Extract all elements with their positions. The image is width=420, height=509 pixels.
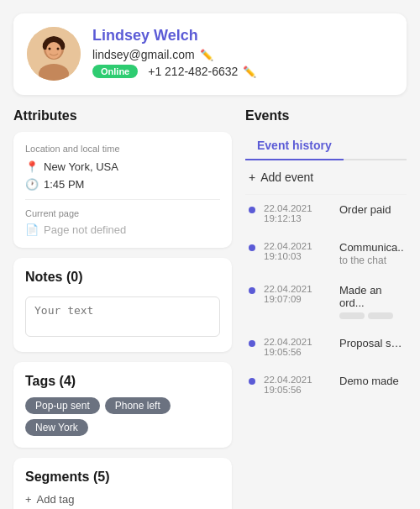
- plus-event-icon: +: [249, 171, 255, 184]
- time-row: 🕐 1:45 PM: [25, 178, 220, 191]
- event-item-3: 22.04.202119:05:56 Proposal ser...: [245, 328, 407, 366]
- location-value: New York, USA: [44, 160, 118, 173]
- event-dot-2: [249, 287, 255, 294]
- event-time-1: 22.04.202119:10:03: [264, 241, 331, 261]
- event-time-3: 22.04.202119:05:56: [264, 337, 331, 357]
- edit-phone-icon[interactable]: ✏️: [243, 66, 256, 78]
- notes-title: Notes (0): [25, 270, 220, 285]
- main-layout: Attributes Location and local time 📍 New…: [13, 108, 407, 509]
- location-row: 📍 New York, USA: [25, 160, 220, 173]
- event-item-2: 22.04.202119:07:09 Made an ord...: [245, 275, 407, 328]
- tag-item-1[interactable]: Phone left: [105, 397, 171, 414]
- event-history-tab[interactable]: Event history: [245, 132, 344, 160]
- edit-email-icon[interactable]: ✏️: [200, 49, 213, 61]
- profile-phone: +1 212-482-6632: [148, 65, 238, 78]
- avatar: [27, 27, 81, 81]
- location-icon: 📍: [25, 160, 39, 173]
- left-panel: Attributes Location and local time 📍 New…: [13, 108, 232, 509]
- svg-point-3: [46, 42, 61, 59]
- tags-card: Tags (4) Pop-up sent Phone left New York: [13, 362, 232, 448]
- online-badge: Online: [92, 65, 138, 78]
- add-event-label: Add event: [260, 171, 313, 184]
- attributes-title: Attributes: [13, 108, 232, 123]
- event-time-0: 22.04.202119:12:13: [264, 203, 331, 223]
- event-list: 22.04.202119:12:13 Order paid 22.04.2021…: [245, 195, 407, 404]
- add-tag-label: Add tag: [37, 493, 75, 506]
- notes-card: Notes (0): [13, 258, 232, 352]
- time-value: 1:45 PM: [44, 178, 84, 191]
- profile-section: Lindsey Welch lindsey@gmail.com ✏️ Onlin…: [27, 27, 393, 81]
- current-page-subtitle: Current page: [25, 208, 220, 218]
- current-page-value: Page not defined: [44, 223, 126, 236]
- add-tag-button[interactable]: + Add tag: [25, 493, 220, 506]
- event-dot-3: [249, 340, 255, 347]
- tag-item-2[interactable]: New York: [25, 419, 88, 436]
- event-desc-4: Demo made: [339, 375, 403, 387]
- tag-badges: Pop-up sent Phone left New York: [25, 397, 220, 436]
- tag-item-0[interactable]: Pop-up sent: [25, 397, 100, 414]
- svg-point-4: [49, 48, 51, 50]
- divider: [25, 199, 220, 200]
- attributes-card: Location and local time 📍 New York, USA …: [13, 132, 232, 248]
- event-time-2: 22.04.202119:07:09: [264, 284, 331, 304]
- current-page-row: 📄 Page not defined: [25, 223, 220, 236]
- profile-name: Lindsey Welch: [92, 27, 393, 45]
- page-icon: 📄: [25, 223, 39, 236]
- profile-email-row: lindsey@gmail.com ✏️: [92, 48, 393, 61]
- profile-card: Lindsey Welch lindsey@gmail.com ✏️ Onlin…: [13, 13, 407, 95]
- tags-title: Tags (4): [25, 374, 220, 389]
- event-pill-b: [368, 312, 393, 319]
- event-item-0: 22.04.202119:12:13 Order paid: [245, 195, 407, 233]
- event-desc-1: Communica...to the chat: [339, 241, 403, 266]
- event-dot-4: [249, 378, 255, 385]
- event-dot-1: [249, 244, 255, 251]
- right-panel: Events Event history + Add event 22.04.2…: [245, 108, 407, 509]
- profile-info: Lindsey Welch lindsey@gmail.com ✏️ Onlin…: [92, 27, 393, 81]
- location-subtitle: Location and local time: [25, 144, 220, 154]
- event-desc-3: Proposal ser...: [339, 337, 403, 349]
- events-tabs: Event history: [245, 132, 407, 160]
- clock-icon: 🕐: [25, 178, 39, 191]
- event-item-1: 22.04.202119:10:03 Communica...to the ch…: [245, 233, 407, 275]
- segments-card: Segments (5) + Add tag: [13, 458, 232, 509]
- event-item-4: 22.04.202119:05:56 Demo made: [245, 366, 407, 404]
- add-event-button[interactable]: + Add event: [245, 160, 407, 195]
- event-time-4: 22.04.202119:05:56: [264, 375, 331, 395]
- event-desc-0: Order paid: [339, 203, 403, 216]
- profile-email: lindsey@gmail.com: [92, 48, 195, 61]
- events-title: Events: [245, 108, 407, 123]
- event-pills-2: [339, 312, 403, 319]
- plus-icon: +: [25, 493, 32, 506]
- notes-input[interactable]: [25, 296, 220, 337]
- event-dot-0: [249, 207, 255, 213]
- event-pill-a: [339, 312, 365, 319]
- segments-title: Segments (5): [25, 470, 220, 485]
- profile-phone-row: Online +1 212-482-6632 ✏️: [92, 65, 393, 78]
- event-desc-2: Made an ord...: [339, 284, 403, 319]
- svg-point-5: [57, 48, 60, 50]
